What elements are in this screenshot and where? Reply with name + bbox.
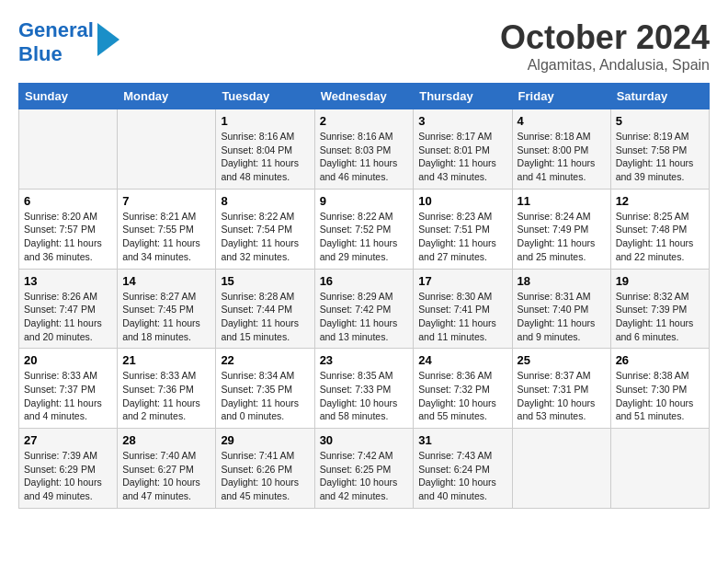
day-number: 5	[616, 114, 704, 128]
day-info: Sunrise: 8:31 AMSunset: 7:40 PMDaylight:…	[518, 291, 596, 342]
day-number: 22	[221, 353, 309, 367]
day-cell: 31Sunrise: 7:43 AMSunset: 6:24 PMDayligh…	[414, 429, 512, 509]
day-number: 24	[418, 353, 506, 367]
day-number: 7	[122, 194, 210, 208]
day-cell: 6Sunrise: 8:20 AMSunset: 7:57 PMDaylight…	[19, 189, 118, 269]
day-cell: 12Sunrise: 8:25 AMSunset: 7:48 PMDayligh…	[610, 189, 709, 269]
day-info: Sunrise: 8:16 AMSunset: 8:03 PMDaylight:…	[320, 131, 398, 182]
day-number: 3	[418, 114, 506, 128]
day-number: 23	[320, 353, 409, 367]
day-number: 19	[616, 274, 704, 288]
day-info: Sunrise: 7:39 AMSunset: 6:29 PMDaylight:…	[24, 450, 102, 501]
day-cell: 3Sunrise: 8:17 AMSunset: 8:01 PMDaylight…	[414, 109, 512, 190]
day-cell: 9Sunrise: 8:22 AMSunset: 7:52 PMDaylight…	[314, 189, 414, 269]
header-wednesday: Wednesday	[314, 84, 414, 109]
day-cell: 29Sunrise: 7:41 AMSunset: 6:26 PMDayligh…	[216, 429, 314, 509]
day-cell: 11Sunrise: 8:24 AMSunset: 7:49 PMDayligh…	[512, 189, 610, 269]
day-info: Sunrise: 8:19 AMSunset: 7:58 PMDaylight:…	[616, 131, 694, 182]
week-row-5: 27Sunrise: 7:39 AMSunset: 6:29 PMDayligh…	[19, 429, 710, 509]
day-cell: 5Sunrise: 8:19 AMSunset: 7:58 PMDaylight…	[610, 109, 709, 190]
day-number: 27	[24, 433, 112, 447]
day-number: 13	[24, 274, 112, 288]
day-info: Sunrise: 8:34 AMSunset: 7:35 PMDaylight:…	[221, 370, 299, 421]
day-info: Sunrise: 8:29 AMSunset: 7:42 PMDaylight:…	[320, 291, 398, 342]
day-number: 31	[418, 433, 506, 447]
day-cell: 26Sunrise: 8:38 AMSunset: 7:30 PMDayligh…	[610, 349, 709, 429]
day-cell: 23Sunrise: 8:35 AMSunset: 7:33 PMDayligh…	[314, 349, 414, 429]
day-number: 2	[320, 114, 409, 128]
day-cell	[512, 429, 610, 509]
day-number: 16	[320, 274, 409, 288]
day-number: 30	[320, 433, 409, 447]
day-number: 6	[24, 194, 112, 208]
header-saturday: Saturday	[610, 84, 709, 109]
day-info: Sunrise: 8:26 AMSunset: 7:47 PMDaylight:…	[24, 291, 102, 342]
day-cell: 10Sunrise: 8:23 AMSunset: 7:51 PMDayligh…	[414, 189, 512, 269]
day-cell: 17Sunrise: 8:30 AMSunset: 7:41 PMDayligh…	[414, 269, 512, 349]
day-number: 18	[518, 274, 606, 288]
day-info: Sunrise: 8:22 AMSunset: 7:52 PMDaylight:…	[320, 211, 398, 262]
day-info: Sunrise: 8:22 AMSunset: 7:54 PMDaylight:…	[221, 211, 299, 262]
header-thursday: Thursday	[414, 84, 512, 109]
day-cell: 22Sunrise: 8:34 AMSunset: 7:35 PMDayligh…	[216, 349, 314, 429]
day-number: 21	[122, 353, 210, 367]
day-info: Sunrise: 7:41 AMSunset: 6:26 PMDaylight:…	[221, 450, 299, 501]
header-monday: Monday	[118, 84, 216, 109]
day-info: Sunrise: 7:40 AMSunset: 6:27 PMDaylight:…	[122, 450, 200, 501]
logo: General Blue	[18, 18, 119, 67]
day-info: Sunrise: 8:16 AMSunset: 8:04 PMDaylight:…	[221, 131, 299, 182]
title-block: October 2024 Algamitas, Andalusia, Spain	[500, 18, 710, 74]
day-cell: 2Sunrise: 8:16 AMSunset: 8:03 PMDaylight…	[314, 109, 414, 190]
week-row-1: 1Sunrise: 8:16 AMSunset: 8:04 PMDaylight…	[19, 109, 710, 190]
day-number: 14	[122, 274, 210, 288]
day-cell: 25Sunrise: 8:37 AMSunset: 7:31 PMDayligh…	[512, 349, 610, 429]
day-cell: 1Sunrise: 8:16 AMSunset: 8:04 PMDaylight…	[216, 109, 314, 190]
day-info: Sunrise: 8:20 AMSunset: 7:57 PMDaylight:…	[24, 211, 102, 262]
day-cell	[19, 109, 118, 190]
logo-text: General Blue	[18, 18, 94, 67]
location-subtitle: Algamitas, Andalusia, Spain	[500, 57, 710, 74]
day-cell: 16Sunrise: 8:29 AMSunset: 7:42 PMDayligh…	[314, 269, 414, 349]
day-cell: 30Sunrise: 7:42 AMSunset: 6:25 PMDayligh…	[314, 429, 414, 509]
day-number: 4	[518, 114, 606, 128]
day-info: Sunrise: 8:37 AMSunset: 7:31 PMDaylight:…	[518, 370, 596, 421]
day-info: Sunrise: 8:30 AMSunset: 7:41 PMDaylight:…	[418, 291, 496, 342]
day-info: Sunrise: 7:43 AMSunset: 6:24 PMDaylight:…	[418, 450, 496, 501]
day-number: 1	[221, 114, 309, 128]
header-row: Sunday Monday Tuesday Wednesday Thursday…	[19, 84, 710, 109]
day-number: 9	[320, 194, 409, 208]
header-friday: Friday	[512, 84, 610, 109]
day-cell: 24Sunrise: 8:36 AMSunset: 7:32 PMDayligh…	[414, 349, 512, 429]
day-number: 26	[616, 353, 704, 367]
day-info: Sunrise: 8:33 AMSunset: 7:36 PMDaylight:…	[122, 370, 200, 421]
day-info: Sunrise: 7:42 AMSunset: 6:25 PMDaylight:…	[320, 450, 398, 501]
day-info: Sunrise: 8:33 AMSunset: 7:37 PMDaylight:…	[24, 370, 102, 421]
day-cell: 18Sunrise: 8:31 AMSunset: 7:40 PMDayligh…	[512, 269, 610, 349]
week-row-2: 6Sunrise: 8:20 AMSunset: 7:57 PMDaylight…	[19, 189, 710, 269]
day-info: Sunrise: 8:36 AMSunset: 7:32 PMDaylight:…	[418, 370, 496, 421]
day-info: Sunrise: 8:38 AMSunset: 7:30 PMDaylight:…	[616, 370, 694, 421]
day-cell: 4Sunrise: 8:18 AMSunset: 8:00 PMDaylight…	[512, 109, 610, 190]
day-info: Sunrise: 8:35 AMSunset: 7:33 PMDaylight:…	[320, 370, 398, 421]
day-info: Sunrise: 8:28 AMSunset: 7:44 PMDaylight:…	[221, 291, 299, 342]
day-cell: 28Sunrise: 7:40 AMSunset: 6:27 PMDayligh…	[118, 429, 216, 509]
header-tuesday: Tuesday	[216, 84, 314, 109]
day-info: Sunrise: 8:18 AMSunset: 8:00 PMDaylight:…	[518, 131, 596, 182]
day-info: Sunrise: 8:25 AMSunset: 7:48 PMDaylight:…	[616, 211, 694, 262]
day-number: 8	[221, 194, 309, 208]
day-info: Sunrise: 8:23 AMSunset: 7:51 PMDaylight:…	[418, 211, 496, 262]
day-number: 17	[418, 274, 506, 288]
day-cell: 27Sunrise: 7:39 AMSunset: 6:29 PMDayligh…	[19, 429, 118, 509]
page-header: General Blue October 2024 Algamitas, And…	[18, 18, 710, 74]
logo-arrow-icon	[97, 23, 119, 56]
week-row-4: 20Sunrise: 8:33 AMSunset: 7:37 PMDayligh…	[19, 349, 710, 429]
day-number: 28	[122, 433, 210, 447]
day-info: Sunrise: 8:32 AMSunset: 7:39 PMDaylight:…	[616, 291, 694, 342]
day-cell	[610, 429, 709, 509]
day-info: Sunrise: 8:21 AMSunset: 7:55 PMDaylight:…	[122, 211, 200, 262]
day-number: 10	[418, 194, 506, 208]
day-cell: 8Sunrise: 8:22 AMSunset: 7:54 PMDaylight…	[216, 189, 314, 269]
day-cell: 7Sunrise: 8:21 AMSunset: 7:55 PMDaylight…	[118, 189, 216, 269]
day-cell: 14Sunrise: 8:27 AMSunset: 7:45 PMDayligh…	[118, 269, 216, 349]
day-info: Sunrise: 8:27 AMSunset: 7:45 PMDaylight:…	[122, 291, 200, 342]
